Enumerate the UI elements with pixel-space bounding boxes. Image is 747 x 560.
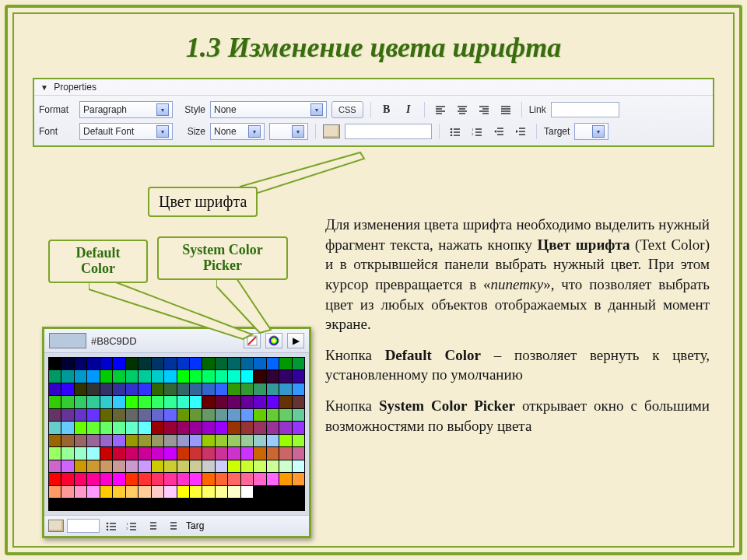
properties-header[interactable]: ▼ Properties [34, 79, 713, 96]
color-cell[interactable] [190, 370, 202, 382]
color-cell[interactable] [113, 358, 124, 369]
color-cell[interactable] [100, 422, 112, 433]
color-cell[interactable] [279, 409, 291, 421]
color-cell[interactable] [164, 422, 176, 433]
color-cell[interactable] [293, 499, 304, 510]
color-cell[interactable] [279, 422, 291, 433]
color-cell[interactable] [139, 358, 150, 369]
color-cell[interactable] [61, 370, 73, 382]
color-cell[interactable] [152, 383, 163, 395]
color-cell[interactable] [241, 473, 253, 485]
link-input[interactable] [551, 102, 619, 117]
color-cell[interactable] [113, 435, 124, 446]
color-cell[interactable] [216, 383, 227, 395]
color-cell[interactable] [164, 383, 176, 395]
color-cell[interactable] [228, 447, 240, 459]
color-cell[interactable] [100, 473, 112, 485]
color-cell[interactable] [49, 409, 61, 421]
align-left-button[interactable] [432, 102, 449, 117]
align-center-button[interactable] [454, 102, 471, 117]
color-cell[interactable] [87, 396, 99, 408]
color-cell[interactable] [177, 460, 189, 472]
align-right-button[interactable] [475, 102, 493, 117]
color-cell[interactable] [61, 447, 73, 459]
color-cell[interactable] [113, 409, 124, 421]
color-cell[interactable] [75, 473, 86, 485]
color-cell[interactable] [87, 422, 99, 433]
color-cell[interactable] [241, 383, 253, 395]
color-cell[interactable] [216, 460, 227, 472]
color-cell[interactable] [152, 409, 163, 421]
target-combo[interactable]: ▾ [574, 123, 608, 140]
color-cell[interactable] [293, 473, 304, 485]
color-cell[interactable] [228, 473, 240, 485]
color-cell[interactable] [139, 460, 150, 472]
color-cell[interactable] [190, 383, 202, 395]
color-cell[interactable] [228, 383, 240, 395]
color-cell[interactable] [293, 396, 304, 408]
color-cell[interactable] [164, 460, 176, 472]
color-cell[interactable] [49, 422, 61, 433]
color-cell[interactable] [152, 499, 163, 510]
color-cell[interactable] [293, 370, 304, 382]
color-cell[interactable] [139, 422, 150, 433]
color-cell[interactable] [87, 370, 99, 382]
color-cell[interactable] [49, 396, 61, 408]
color-cell[interactable] [267, 396, 279, 408]
color-cell[interactable] [100, 396, 112, 408]
color-cell[interactable] [75, 422, 86, 433]
color-cell[interactable] [216, 358, 227, 369]
color-cell[interactable] [228, 435, 240, 446]
color-cell[interactable] [87, 486, 99, 498]
color-cell[interactable] [177, 499, 189, 510]
color-cell[interactable] [202, 460, 214, 472]
color-cell[interactable] [139, 473, 150, 485]
color-cell[interactable] [254, 383, 265, 395]
color-cell[interactable] [139, 370, 150, 382]
color-cell[interactable] [75, 409, 86, 421]
color-cell[interactable] [152, 435, 163, 446]
color-cell[interactable] [190, 396, 202, 408]
color-cell[interactable] [139, 396, 150, 408]
ordered-list-button[interactable]: 12 [468, 124, 486, 139]
size-unit-combo[interactable]: ▾ [269, 123, 308, 140]
color-cell[interactable] [75, 383, 86, 395]
color-grid[interactable] [48, 357, 305, 511]
css-button[interactable]: CSS [331, 101, 363, 118]
color-cell[interactable] [49, 499, 61, 510]
italic-button[interactable]: I [400, 102, 417, 117]
color-cell[interactable] [177, 473, 189, 485]
color-cell[interactable] [254, 422, 265, 433]
color-cell[interactable] [254, 486, 265, 498]
color-cell[interactable] [254, 460, 265, 472]
footer-swatch[interactable] [48, 520, 64, 532]
color-cell[interactable] [293, 422, 304, 433]
color-cell[interactable] [279, 435, 291, 446]
color-cell[interactable] [228, 422, 240, 433]
color-cell[interactable] [202, 486, 214, 498]
color-cell[interactable] [241, 447, 253, 459]
color-cell[interactable] [113, 396, 124, 408]
color-cell[interactable] [152, 422, 163, 433]
color-cell[interactable] [228, 499, 240, 510]
color-cell[interactable] [87, 499, 99, 510]
color-cell[interactable] [228, 486, 240, 498]
color-cell[interactable] [279, 486, 291, 498]
color-cell[interactable] [152, 396, 163, 408]
color-cell[interactable] [279, 460, 291, 472]
color-cell[interactable] [113, 473, 124, 485]
color-cell[interactable] [100, 383, 112, 395]
style-combo[interactable]: None ▾ [210, 101, 327, 118]
outdent-button[interactable] [490, 124, 507, 139]
color-cell[interactable] [177, 370, 189, 382]
color-cell[interactable] [139, 499, 150, 510]
color-cell[interactable] [100, 447, 112, 459]
color-cell[interactable] [49, 460, 61, 472]
color-cell[interactable] [126, 370, 138, 382]
color-cell[interactable] [100, 486, 112, 498]
color-cell[interactable] [241, 435, 253, 446]
color-cell[interactable] [279, 499, 291, 510]
color-cell[interactable] [279, 370, 291, 382]
color-cell[interactable] [279, 447, 291, 459]
color-cell[interactable] [152, 447, 163, 459]
